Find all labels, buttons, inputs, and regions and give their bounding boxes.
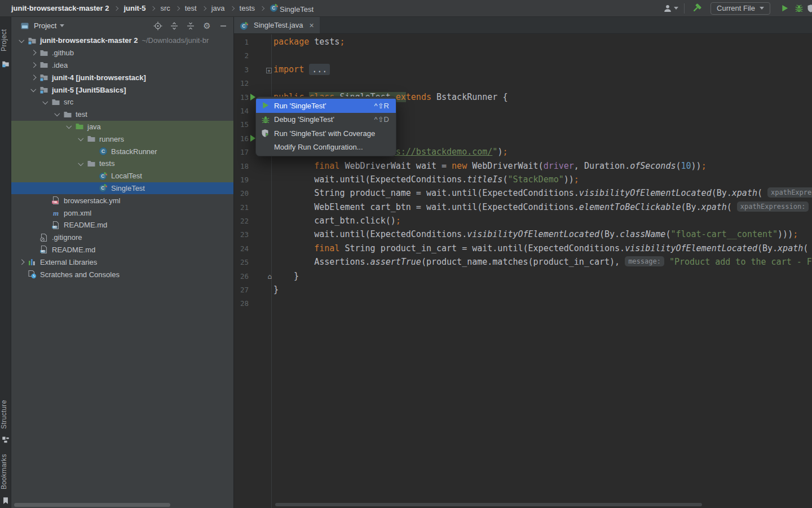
chevron-down-icon[interactable] [16,39,28,43]
tree-row-scratches-and-consoles[interactable]: Scratches and Consoles [11,268,233,281]
module-folder-icon [28,36,37,45]
expand-all-button[interactable] [170,21,179,30]
tree-row-idea[interactable]: .idea [11,59,233,72]
coverage-button[interactable] [806,1,812,16]
collapse-all-button[interactable] [186,21,195,30]
tool-stripe-project-label[interactable]: Project [0,24,11,56]
left-tool-stripe: Project Structure Bookmarks [0,17,11,508]
menu-item-run-singletest[interactable]: Run 'SingleTest'^⇧R [256,99,396,113]
tree-row-readme-md[interactable]: MDREADME.md [11,219,233,231]
menu-item-shortcut: ^⇧R [374,102,389,110]
project-folder-icon[interactable] [2,60,10,68]
maven-icon: m [51,208,60,217]
breadcrumb-separator-icon [201,6,206,10]
tree-row-tests[interactable]: tests [11,157,233,170]
code-text: } [273,271,299,281]
chevron-down-icon[interactable] [75,162,87,166]
close-tab-icon[interactable]: × [309,21,314,30]
test-class-icon: C [270,3,279,12]
tree-row-junit-browserstack-master-2[interactable]: junit-browserstack-master 2~/Downloads/j… [11,34,233,47]
breadcrumb-segment[interactable]: junit-browserstack-master 2 [11,4,109,12]
menu-item-modify-run-configuration[interactable]: Modify Run Configuration... [256,141,396,155]
locate-file-button[interactable] [153,21,162,30]
tree-row-java[interactable]: java [11,121,233,133]
main-toolbar: junit-browserstack-master 2junit-5srctes… [0,0,812,17]
tree-row-readme-md[interactable]: MDREADME.md [11,244,233,256]
chevron-right-icon[interactable] [28,63,39,67]
breadcrumb-segment[interactable]: java [211,4,225,12]
tree-row-junit-5-junit5basics[interactable]: junit-5 [Junit5Basics] [11,84,233,96]
project-panel-title[interactable]: Project [34,21,56,30]
breadcrumb-segment[interactable]: tests [240,4,255,12]
menu-item-debug-singletest[interactable]: Debug 'SingleTest'^⇧D [256,113,396,127]
tree-row-junit-4-junit-browserstack[interactable]: junit-4 [junit-browserstack] [11,71,233,84]
tree-row-singletest[interactable]: CSingleTest [11,182,233,195]
svg-text:m: m [53,209,59,217]
code-line-23: 23 wait.until(ExpectedConditions.visibil… [234,227,812,241]
breadcrumb-segment[interactable]: junit-5 [123,4,145,12]
chevron-down-icon[interactable] [51,112,63,116]
tree-row-bstackrunner[interactable]: CBstackRunner [11,145,233,157]
chevron-right-icon[interactable] [28,51,39,55]
line-number: 15 [234,118,249,132]
chevron-right-icon[interactable] [28,76,39,80]
chevron-right-icon[interactable] [16,260,28,264]
tab-singletest-java[interactable]: C SingleTest.java × [234,17,320,33]
scratch-icon [28,270,37,279]
coverage-icon [261,129,270,138]
tree-item-label: Scratches and Consoles [40,270,120,279]
project-horizontal-scrollbar[interactable] [14,503,170,507]
tree-row-browserstack-yml[interactable]: YMLbrowserstack.yml [11,194,233,207]
settings-gear-icon[interactable]: ⚙ [202,21,211,30]
structure-icon[interactable] [2,436,10,444]
breadcrumb-segment[interactable]: CSingleTest [270,3,314,14]
line-number: 20 [234,187,249,200]
chevron-down-icon[interactable] [28,88,39,92]
folder-icon [39,60,48,69]
menu-item-run-singletest-with-coverage[interactable]: Run 'SingleTest' with Coverage [256,126,396,141]
svg-text:C: C [101,173,104,179]
run-button[interactable] [777,1,792,16]
project-panel-header: Project ⚙ [11,17,233,34]
tree-row-github[interactable]: .github [11,47,233,59]
lib-icon [28,257,37,266]
debug-bug-icon [795,4,804,13]
code-text: wait.until(ExpectedConditions.titleIs("S… [273,174,579,185]
folder-test-icon [75,122,84,131]
tool-stripe-structure-label[interactable]: Structure [0,396,11,432]
tree-row-src[interactable]: src [11,96,233,108]
debug-button[interactable] [792,1,806,16]
tree-row-external-libraries[interactable]: External Libraries [11,256,233,268]
tree-row-gitignore[interactable]: .gitignore [11,231,233,244]
chevron-down-icon [674,7,678,10]
tool-stripe-bookmarks-label[interactable]: Bookmarks [0,450,11,493]
code-lines: 1package tests;23+import ...1213public c… [234,35,812,310]
code-text: } [273,284,279,295]
build-button[interactable] [689,1,704,16]
tree-item-label: java [87,122,101,131]
bookmark-icon[interactable] [2,497,10,505]
fold-expand-icon[interactable]: + [257,63,273,76]
breadcrumb-segment[interactable]: src [160,4,170,12]
run-configuration-selector[interactable]: Current File [710,2,770,15]
line-number: 19 [234,173,249,187]
chevron-down-icon[interactable] [75,137,87,141]
tree-row-pom-xml[interactable]: mpom.xml [11,207,233,219]
tree-row-localtest[interactable]: CLocalTest [11,170,233,182]
chevron-down-icon[interactable] [39,100,51,104]
hide-panel-button[interactable] [219,21,228,30]
profile-button[interactable] [663,4,678,13]
tree-item-label: .github [52,49,74,57]
chevron-down-icon[interactable] [63,125,75,129]
breadcrumb-segment[interactable]: test [185,4,197,12]
line-number: 14 [234,104,249,118]
tree-row-runners[interactable]: runners [11,133,233,145]
chevron-down-icon[interactable] [60,24,64,27]
tree-row-test[interactable]: test [11,108,233,121]
breadcrumb-separator-icon [114,6,118,10]
menu-icon-spacer [261,143,270,152]
code-line-12: 12 [234,76,812,90]
code-text: wait.until(ExpectedConditions.visibility… [273,229,798,239]
editor-horizontal-scrollbar[interactable] [275,503,702,506]
fold-end-marker-icon[interactable]: ⌂ [257,269,273,283]
